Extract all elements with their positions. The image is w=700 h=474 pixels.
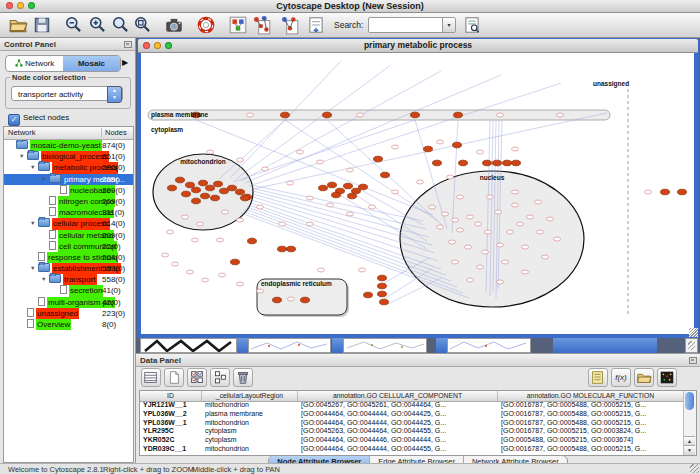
- network-node-small[interactable]: [392, 145, 399, 149]
- network-node-small[interactable]: [452, 218, 459, 222]
- node-grid-icon[interactable]: [228, 15, 248, 35]
- network-node-orange[interactable]: [678, 189, 687, 195]
- search-dropdown-arrow[interactable]: ▾: [442, 18, 455, 32]
- zoom-selected-icon[interactable]: [111, 15, 131, 35]
- window-resize-grip[interactable]: [690, 464, 699, 473]
- network-node-small[interactable]: [307, 222, 314, 226]
- network-canvas[interactable]: plasma membranecytoplasmmitochondrionnuc…: [141, 53, 694, 334]
- network-node-small[interactable]: [487, 195, 494, 199]
- network-window[interactable]: primary metabolic process plasma membran…: [137, 38, 699, 338]
- network-node-small[interactable]: [457, 195, 464, 199]
- network-node-orange[interactable]: [348, 193, 357, 199]
- filter-page-icon[interactable]: [306, 15, 326, 35]
- network-node-orange[interactable]: [378, 283, 387, 289]
- network-edge[interactable]: [236, 65, 391, 179]
- tree-row[interactable]: macromolecule311(0): [4, 207, 133, 218]
- network-node-orange[interactable]: [503, 160, 512, 166]
- vizmap-edges-icon[interactable]: [280, 15, 300, 35]
- network-node-orange[interactable]: [459, 160, 468, 166]
- tree-expander-icon[interactable]: ▼: [30, 218, 38, 229]
- network-node-small[interactable]: [162, 253, 169, 257]
- network-node-orange[interactable]: [287, 246, 296, 252]
- zoom-in-icon[interactable]: [88, 15, 108, 35]
- network-node-orange[interactable]: [206, 185, 215, 191]
- network-node-small[interactable]: [512, 190, 519, 194]
- attribute-matrix-icon[interactable]: [657, 368, 677, 387]
- network-node-small[interactable]: [535, 200, 542, 204]
- tree-row[interactable]: mosaic-demo-yeast874(0): [4, 140, 133, 151]
- network-node-small[interactable]: [522, 270, 529, 274]
- network-edge[interactable]: [285, 120, 438, 221]
- network-node-orange[interactable]: [192, 198, 201, 204]
- network-node-orange[interactable]: [220, 188, 229, 194]
- network-node-small[interactable]: [465, 245, 472, 249]
- network-node-orange[interactable]: [241, 195, 250, 201]
- network-node-small[interactable]: [257, 289, 264, 293]
- select-attributes-icon[interactable]: [141, 368, 161, 387]
- network-node-small[interactable]: [475, 222, 482, 226]
- network-node-small[interactable]: [359, 268, 366, 272]
- network-node-small[interactable]: [477, 150, 484, 154]
- network-node-small[interactable]: [449, 240, 456, 244]
- network-node-small[interactable]: [527, 215, 534, 219]
- network-resize-grip[interactable]: [689, 328, 698, 337]
- tree-row[interactable]: ▼primary metabo209(...: [4, 174, 133, 185]
- network-node-small[interactable]: [497, 113, 504, 117]
- tree-row[interactable]: multi-organism pro42(0): [4, 297, 133, 308]
- network-node-orange[interactable]: [273, 297, 282, 303]
- tree-row[interactable]: ▼biological_process651(0): [4, 151, 133, 162]
- network-edge[interactable]: [241, 71, 441, 181]
- network-node-orange[interactable]: [201, 193, 210, 199]
- network-node-small[interactable]: [237, 218, 244, 222]
- camera-snapshot-icon[interactable]: [164, 15, 184, 35]
- network-node-small[interactable]: [467, 215, 474, 219]
- network-node-small[interactable]: [507, 230, 514, 234]
- network-node-orange[interactable]: [211, 195, 220, 201]
- scrollbar-thumb[interactable]: [685, 392, 694, 410]
- network-node-orange[interactable]: [278, 246, 287, 252]
- network-node-small[interactable]: [512, 203, 519, 207]
- network-node-small[interactable]: [537, 230, 544, 234]
- network-node-small[interactable]: [288, 297, 295, 301]
- attribute-table-row[interactable]: YKR052Ccytoplasm[GO:0044464, GO:0044446,…: [140, 436, 684, 445]
- network-node-small[interactable]: [392, 190, 399, 194]
- float-data-panel-icon[interactable]: [689, 357, 697, 364]
- delete-attribute-icon[interactable]: [233, 368, 253, 387]
- network-node-small[interactable]: [207, 150, 214, 154]
- tree-row[interactable]: ▼establishment of lo558(0): [4, 263, 133, 274]
- network-node-small[interactable]: [369, 205, 376, 209]
- network-node-orange[interactable]: [381, 172, 390, 178]
- node-color-dropdown[interactable]: transporter activity ▲▼: [11, 86, 123, 101]
- network-node-orange[interactable]: [319, 185, 328, 191]
- network-node-small[interactable]: [297, 150, 304, 154]
- network-node-orange[interactable]: [483, 160, 492, 166]
- network-node-small[interactable]: [429, 205, 436, 209]
- network-node-small[interactable]: [327, 203, 334, 207]
- network-node-orange[interactable]: [454, 112, 463, 118]
- tree-expander-icon[interactable]: ▼: [19, 151, 27, 162]
- network-node-small[interactable]: [187, 270, 194, 274]
- network-node-orange[interactable]: [453, 142, 462, 148]
- network-node-small[interactable]: [357, 113, 364, 117]
- attribute-table-row[interactable]: YJR121W__1mitochondrion[GO:0045267, GO:0…: [140, 401, 684, 410]
- network-node-small[interactable]: [442, 212, 449, 216]
- tree-row[interactable]: nitrogen compo209(0): [4, 196, 133, 207]
- network-node-small[interactable]: [279, 222, 286, 226]
- new-attribute-icon[interactable]: [164, 368, 184, 387]
- import-attributes-icon[interactable]: [634, 368, 654, 387]
- network-node-small[interactable]: [447, 175, 454, 179]
- tree-expander-icon[interactable]: ▼: [30, 162, 38, 173]
- network-node-orange[interactable]: [332, 192, 341, 198]
- tree-row[interactable]: unassigned223(0): [4, 308, 133, 319]
- network-node-small[interactable]: [222, 210, 229, 214]
- network-node-orange[interactable]: [359, 184, 368, 190]
- network-node-small[interactable]: [287, 181, 294, 185]
- network-node-orange[interactable]: [228, 185, 237, 191]
- attribute-table-row[interactable]: YPL036W__2plasma membrane[GO:0044464, GO…: [140, 410, 684, 419]
- network-node-orange[interactable]: [186, 182, 195, 188]
- network-node-orange[interactable]: [433, 160, 442, 166]
- network-node-small[interactable]: [557, 113, 564, 117]
- network-node-orange[interactable]: [328, 182, 337, 188]
- network-node-orange[interactable]: [661, 189, 670, 195]
- network-node-small[interactable]: [645, 190, 652, 194]
